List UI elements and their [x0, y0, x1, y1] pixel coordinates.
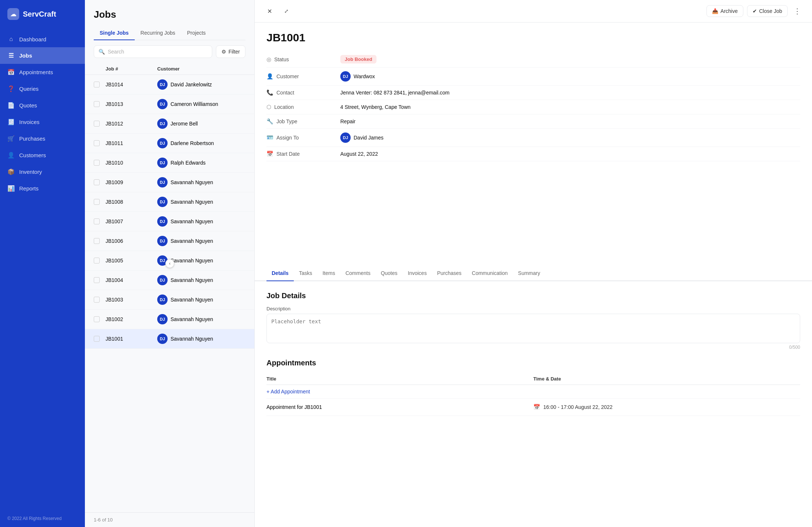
row-checkbox-JB1003[interactable] [94, 297, 100, 303]
contact-value: Jenna Venter: 082 873 2841, jenna@email.… [340, 90, 800, 96]
row-checkbox-JB1012[interactable] [94, 121, 100, 127]
table-row[interactable]: JB1006 DJ Savannah Nguyen [85, 231, 254, 251]
close-job-button[interactable]: ✔ Close Job [747, 5, 788, 17]
row-avatar-JB1007: DJ [157, 216, 168, 227]
detail-tab-purchases[interactable]: Purchases [432, 266, 467, 281]
customer-name-JB1012: Jerome Bell [171, 121, 198, 127]
job-num-JB1002: JB1002 [106, 316, 157, 322]
header-job-num: Job # [106, 66, 157, 72]
row-checkbox-JB1011[interactable] [94, 140, 100, 146]
row-checkbox-JB1013[interactable] [94, 101, 100, 107]
add-appointment-button[interactable]: + Add Appointment [266, 385, 800, 399]
detail-topbar: ✕ ⤢ 📥 Archive ✔ Close Job ⋮ [255, 0, 812, 23]
status-row: ◎ Status Job Booked [266, 51, 800, 68]
sidebar-label-quotes: Quotes [19, 102, 37, 108]
customer-cell-JB1004: DJ Savannah Nguyen [157, 275, 245, 285]
assign-to-label-text: Assign To [276, 135, 299, 141]
job-type-value: Repair [340, 118, 800, 124]
table-row[interactable]: JB1002 DJ Savannah Nguyen [85, 310, 254, 329]
sidebar-icon-purchases: 🛒 [7, 135, 15, 142]
sidebar-item-invoices[interactable]: 🧾 Invoices [0, 114, 85, 130]
row-checkbox-JB1006[interactable] [94, 238, 100, 244]
header-customer: Customer [157, 66, 245, 72]
detail-tab-communication[interactable]: Communication [467, 266, 513, 281]
table-row[interactable]: JB1007 DJ Savannah Nguyen [85, 212, 254, 231]
row-checkbox-JB1010[interactable] [94, 160, 100, 166]
sidebar-label-customers: Customers [19, 152, 46, 158]
customer-name-JB1008: Savannah Nguyen [171, 199, 213, 205]
customer-label-text: Customer [276, 73, 299, 79]
table-row[interactable]: JB1012 DJ Jerome Bell [85, 114, 254, 134]
job-details-title: Job Details [266, 292, 800, 300]
detail-tab-quotes[interactable]: Quotes [376, 266, 403, 281]
job-num-JB1013: JB1013 [106, 101, 157, 107]
detail-tab-tasks[interactable]: Tasks [294, 266, 317, 281]
table-row[interactable]: JB1003 DJ Savannah Nguyen [85, 290, 254, 310]
customer-name-JB1013: Cameron Williamson [171, 101, 218, 107]
sidebar-item-appointments[interactable]: 📅 Appointments [0, 64, 85, 80]
sidebar-item-quotes[interactable]: 📄 Quotes [0, 97, 85, 114]
row-checkbox-JB1001[interactable] [94, 336, 100, 342]
jobs-tab-recurring[interactable]: Recurring Jobs [135, 26, 181, 40]
jobs-table: JB1014 DJ David Jankelowitz JB1013 DJ Ca… [85, 75, 254, 512]
customer-cell-JB1009: DJ Savannah Nguyen [157, 177, 245, 187]
sidebar-icon-appointments: 📅 [7, 69, 15, 76]
table-row[interactable]: JB1014 DJ David Jankelowitz [85, 75, 254, 94]
row-checkbox-JB1008[interactable] [94, 199, 100, 205]
job-num-JB1010: JB1010 [106, 160, 157, 166]
table-row[interactable]: JB1011 DJ Darlene Robertson [85, 134, 254, 153]
location-icon: ⬡ [266, 104, 271, 110]
sidebar-item-jobs[interactable]: ☰ Jobs [0, 47, 85, 64]
detail-tab-invoices[interactable]: Invoices [403, 266, 432, 281]
row-checkbox-JB1007[interactable] [94, 218, 100, 224]
jobs-header: Jobs Single JobsRecurring JobsProjects [85, 0, 254, 40]
add-appointment-label: + Add Appointment [266, 389, 310, 395]
search-icon: 🔍 [99, 49, 105, 55]
table-row[interactable]: JB1001 DJ Savannah Nguyen [85, 329, 254, 349]
row-checkbox-JB1004[interactable] [94, 277, 100, 283]
appt-time-col: Time & Date [533, 376, 800, 382]
row-checkbox-JB1014[interactable] [94, 82, 100, 87]
archive-button[interactable]: 📥 Archive [706, 5, 743, 17]
filter-button[interactable]: ⚙ Filter [216, 45, 245, 58]
sidebar-item-reports[interactable]: 📊 Reports [0, 180, 85, 197]
table-row[interactable]: JB1008 DJ Savannah Nguyen [85, 192, 254, 212]
table-row[interactable]: JB1010 DJ Ralph Edwards [85, 153, 254, 173]
search-box[interactable]: 🔍 Search [94, 45, 212, 58]
table-row[interactable]: JB1004 DJ Savannah Nguyen [85, 271, 254, 290]
customer-name: Wardwox [354, 73, 375, 79]
location-value: 4 Street, Wynberg, Cape Town [340, 104, 800, 110]
customer-name-JB1006: Savannah Nguyen [171, 238, 213, 244]
jobs-tab-projects[interactable]: Projects [181, 26, 212, 40]
jobs-tab-single[interactable]: Single Jobs [94, 26, 135, 40]
more-options-button[interactable]: ⋮ [791, 5, 803, 17]
row-checkbox-JB1009[interactable] [94, 179, 100, 185]
archive-label: Archive [720, 8, 738, 14]
sidebar-collapse-button[interactable]: ‹ [165, 259, 174, 268]
expand-button[interactable]: ⤢ [281, 5, 292, 17]
customer-value: DJ Wardwox [340, 71, 800, 82]
sidebar-item-dashboard[interactable]: ⌂ Dashboard [0, 31, 85, 47]
row-avatar-JB1006: DJ [157, 236, 168, 246]
table-row[interactable]: JB1009 DJ Savannah Nguyen [85, 173, 254, 192]
detail-tab-comments[interactable]: Comments [340, 266, 376, 281]
row-checkbox-JB1002[interactable] [94, 316, 100, 322]
job-type-label-text: Job Type [276, 118, 297, 124]
sidebar-item-inventory[interactable]: 📦 Inventory [0, 163, 85, 180]
sidebar-item-queries[interactable]: ❓ Queries [0, 80, 85, 97]
row-avatar-JB1010: DJ [157, 158, 168, 168]
row-checkbox-JB1005[interactable] [94, 258, 100, 264]
close-button[interactable]: ✕ [264, 5, 275, 17]
appointment-title: Appointment for JB1001 [266, 404, 533, 410]
customer-name-JB1003: Savannah Nguyen [171, 297, 213, 303]
table-row[interactable]: JB1013 DJ Cameron Williamson [85, 94, 254, 114]
detail-tab-items[interactable]: Items [317, 266, 340, 281]
detail-tab-summary[interactable]: Summary [513, 266, 546, 281]
description-input[interactable] [266, 314, 800, 343]
sidebar-item-customers[interactable]: 👤 Customers [0, 147, 85, 163]
row-avatar-JB1002: DJ [157, 314, 168, 324]
job-type-label: 🔧 Job Type [266, 118, 340, 125]
location-label: ⬡ Location [266, 104, 340, 110]
sidebar-item-purchases[interactable]: 🛒 Purchases [0, 130, 85, 147]
detail-tab-details[interactable]: Details [266, 266, 294, 281]
